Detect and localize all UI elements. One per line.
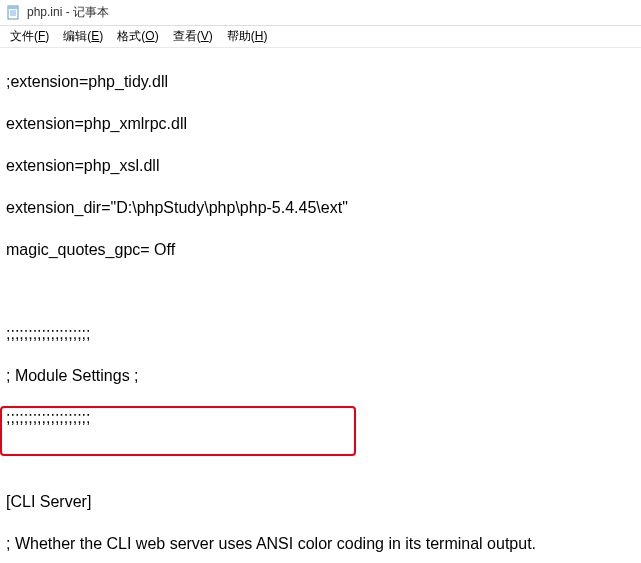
text-line: magic_quotes_gpc= Off: [6, 239, 635, 260]
menu-edit[interactable]: 编辑(E): [57, 26, 109, 47]
menu-view[interactable]: 查看(V): [167, 26, 219, 47]
text-line: ;;;;;;;;;;;;;;;;;;;: [6, 407, 635, 428]
text-line: extension_dir="D:\phpStudy\php\php-5.4.4…: [6, 197, 635, 218]
titlebar: php.ini - 记事本: [0, 0, 641, 26]
text-line: ; Module Settings ;: [6, 365, 635, 386]
menu-help[interactable]: 帮助(H): [221, 26, 274, 47]
text-line: [6, 281, 635, 302]
text-editor-content[interactable]: ;extension=php_tidy.dll extension=php_xm…: [0, 48, 641, 563]
text-line: [CLI Server]: [6, 491, 635, 512]
text-line: extension=php_xmlrpc.dll: [6, 113, 635, 134]
text-line: [6, 449, 635, 470]
notepad-icon: [6, 5, 22, 21]
menu-file[interactable]: 文件(F): [4, 26, 55, 47]
menu-format[interactable]: 格式(O): [111, 26, 164, 47]
menubar: 文件(F) 编辑(E) 格式(O) 查看(V) 帮助(H): [0, 26, 641, 48]
text-line: ;extension=php_tidy.dll: [6, 71, 635, 92]
svg-rect-1: [8, 6, 18, 9]
text-line: extension=php_xsl.dll: [6, 155, 635, 176]
text-line: ; Whether the CLI web server uses ANSI c…: [6, 533, 635, 554]
window-title: php.ini - 记事本: [27, 4, 109, 21]
text-line: ;;;;;;;;;;;;;;;;;;;: [6, 323, 635, 344]
